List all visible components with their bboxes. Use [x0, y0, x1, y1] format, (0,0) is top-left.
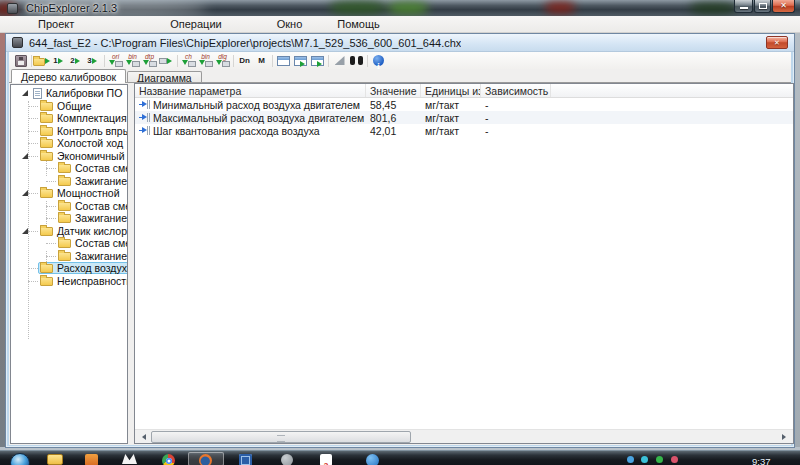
column-header-value[interactable]: Значение [366, 84, 421, 97]
window-import-button[interactable] [292, 53, 309, 68]
tree-item-power-mixture[interactable]: Состав смеси [11, 200, 127, 213]
explorer-icon[interactable] [47, 454, 63, 465]
horizontal-scrollbar[interactable] [135, 429, 793, 443]
tray-icon[interactable] [627, 456, 634, 463]
tree-item-economy-ignition[interactable]: Зажигание [11, 175, 127, 188]
clock[interactable]: 9:37 [752, 456, 771, 465]
parameter-dependency-cell: - [481, 125, 551, 137]
load-2-button[interactable]: 2 [68, 53, 85, 68]
parameter-units-cell: мг/такт [421, 112, 481, 124]
tree-item-label: Экономичный [57, 150, 125, 162]
tree-item-oxygen-mixture[interactable]: Состав смеси [11, 237, 127, 250]
export-bin-button[interactable]: bin [197, 53, 214, 68]
maximize-button[interactable] [754, 0, 771, 13]
table-row[interactable]: Максимальный расход воздуха двигателем 8… [135, 111, 793, 124]
word-icon[interactable] [239, 454, 252, 465]
import-bin-button[interactable]: bin [124, 53, 141, 68]
tree-item-oxygen-sensor[interactable]: Датчик кислорода [11, 225, 127, 238]
tree-item-general[interactable]: Общие [11, 100, 127, 113]
tree-item-power[interactable]: Мощностной [11, 187, 127, 200]
import-chip-button[interactable] [158, 53, 175, 68]
tree-item-label: Калибровки ПО [46, 87, 122, 99]
blue-app-icon[interactable] [366, 454, 379, 465]
menu-window[interactable]: Окно [271, 17, 309, 31]
scroll-right-button[interactable] [778, 431, 793, 443]
tree-item-label: Зажигание [75, 250, 127, 262]
firefox-icon[interactable] [199, 454, 212, 465]
window-border-right [795, 33, 800, 450]
bookmark-button[interactable]: M [253, 53, 270, 68]
chrome-icon[interactable] [162, 454, 175, 465]
folder-icon [58, 239, 71, 248]
tray-icon[interactable] [671, 456, 678, 463]
folder-icon [40, 102, 53, 111]
search-button[interactable] [348, 53, 365, 68]
compare-button[interactable]: Dn [236, 53, 253, 68]
orange-app-icon[interactable] [85, 454, 98, 465]
window-button[interactable] [275, 53, 292, 68]
load-1-button[interactable]: 1 [51, 53, 68, 68]
expander-icon[interactable] [22, 153, 28, 159]
screen: ChipExplorer 2.1.3 Проект Операции Окно … [0, 0, 800, 465]
close-button[interactable] [772, 0, 795, 13]
save-button[interactable] [12, 53, 29, 68]
export-ch-button[interactable]: ch [180, 53, 197, 68]
scrollbar-thumb[interactable] [151, 431, 411, 443]
expander-icon[interactable] [22, 228, 28, 234]
window-import-icon [294, 56, 307, 66]
acrobat-icon[interactable] [320, 454, 332, 465]
expander-icon[interactable] [22, 190, 28, 196]
tree-item-oxygen-ignition[interactable]: Зажигание [11, 250, 127, 263]
load-3-button[interactable]: 3 [85, 53, 102, 68]
document-titlebar[interactable]: 644_fast_E2 - C:\Program Files\ChipExplo… [6, 34, 794, 52]
window-export-button[interactable] [309, 53, 326, 68]
document-node-icon [33, 88, 42, 99]
tree-item-economy-mixture[interactable]: Состав смеси [11, 162, 127, 175]
document-title: 644_fast_E2 - C:\Program Files\ChipExplo… [29, 37, 461, 49]
tray-icon[interactable] [641, 456, 648, 463]
open-project-button[interactable] [34, 53, 51, 68]
menu-project[interactable]: Проект [32, 17, 80, 31]
folder-icon [58, 177, 71, 186]
folder-icon [40, 152, 53, 161]
document-close-button[interactable] [766, 36, 788, 49]
minimize-button[interactable] [734, 0, 753, 13]
window-icon [277, 56, 290, 66]
menu-operations[interactable]: Операции [164, 17, 227, 31]
chip-box-icon [149, 61, 157, 67]
glass-blur [388, 2, 428, 14]
import-dtp-button[interactable]: dtp [141, 53, 158, 68]
tree-item-injection-control[interactable]: Контроль впрыска [11, 125, 127, 138]
parameter-icon [139, 126, 150, 135]
table-row[interactable]: Шаг квантования расхода воздуха 42,01 мг… [135, 124, 793, 137]
tray-icon[interactable] [656, 456, 663, 463]
column-header-units[interactable]: Единицы изме... [421, 84, 481, 97]
mail-icon[interactable] [122, 454, 137, 464]
tab-calibration-tree[interactable]: Дерево калибровок [11, 69, 126, 83]
scroll-right-icon [782, 434, 789, 440]
tree-item-faults[interactable]: Неисправности [11, 275, 127, 288]
compare-icon: Dn [239, 56, 250, 65]
column-header-dependency[interactable]: Зависимость [481, 84, 551, 97]
scroll-left-button[interactable] [135, 431, 150, 443]
tree-item-power-ignition[interactable]: Зажигание [11, 212, 127, 225]
chart-button[interactable] [331, 53, 348, 68]
tree-item-idle[interactable]: Холостой ход [11, 137, 127, 150]
tree-item-air-flow[interactable]: Расход воздуха [11, 262, 127, 275]
tree-item-economy[interactable]: Экономичный [11, 150, 127, 163]
tree-item-label: Неисправности [57, 275, 128, 287]
table-row[interactable]: Минимальный расход воздуха двигателем 58… [135, 98, 793, 111]
import-ori-button[interactable]: ori [107, 53, 124, 68]
parameter-name-cell: Максимальный расход воздуха двигателем [135, 112, 366, 124]
menu-help[interactable]: Помощь [331, 17, 386, 31]
tree-root-calibrations[interactable]: Калибровки ПО [11, 87, 127, 100]
start-orb-icon[interactable] [10, 453, 30, 465]
export-dlg-button[interactable]: dlg [214, 53, 231, 68]
green-arrow-icon [317, 61, 325, 67]
info-button[interactable] [370, 53, 387, 68]
gray-app-icon[interactable] [281, 454, 293, 465]
column-header-name[interactable]: Название параметра [135, 84, 366, 97]
tree-item-configuration[interactable]: Комплектация [11, 112, 127, 125]
info-icon [373, 55, 384, 66]
expander-icon[interactable] [22, 90, 28, 96]
